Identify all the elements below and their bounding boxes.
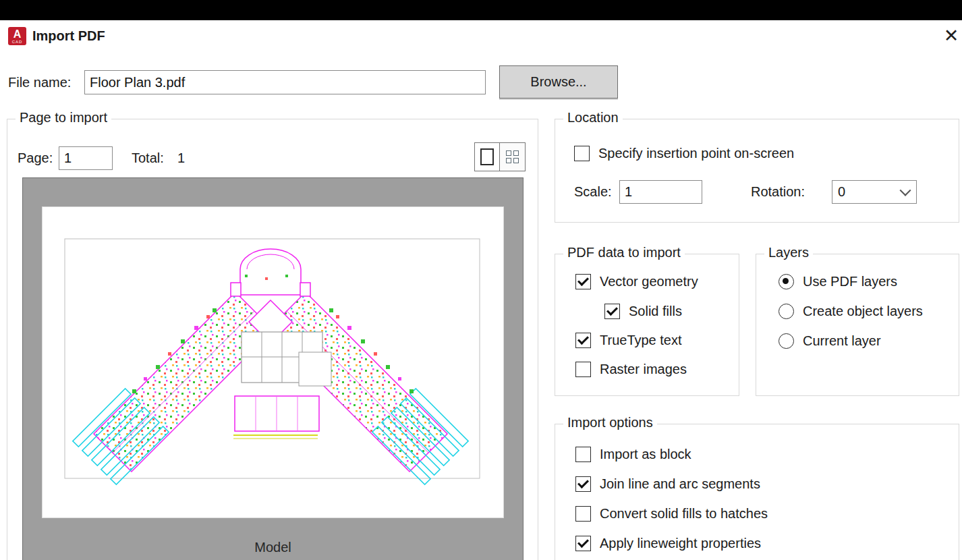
pdf-preview-page	[43, 207, 503, 517]
preview-view-toggle	[474, 142, 526, 171]
checkbox-box[interactable]	[575, 506, 591, 522]
autocad-logo-icon: A CAD	[8, 27, 26, 45]
pdf-page-preview: Model	[22, 177, 524, 560]
checkbox-box[interactable]	[575, 362, 591, 377]
scale-input[interactable]	[619, 180, 702, 204]
radio-create-object-layers[interactable]: Create object layers	[779, 302, 923, 320]
single-page-view-button[interactable]	[474, 142, 500, 171]
checkbox-raster-images[interactable]: Raster images	[575, 360, 687, 378]
radio-current-layer[interactable]: Current layer	[779, 332, 881, 349]
file-name-label: File name:	[8, 75, 71, 90]
import-options-group-title: Import options	[563, 415, 657, 430]
browse-button-label: Browse...	[530, 74, 586, 90]
import-options-group: Import options Import as block Join line…	[555, 424, 959, 560]
checkbox-box[interactable]	[575, 274, 591, 289]
pdf-data-group-title: PDF data to import	[563, 245, 685, 260]
radio-circle[interactable]	[779, 333, 794, 349]
checkbox-import-as-block[interactable]: Import as block	[575, 445, 691, 463]
page-group-title: Page to import	[16, 110, 111, 125]
checkbox-vector-geometry[interactable]: Vector geometry	[575, 273, 698, 290]
close-icon[interactable]: ✕	[940, 24, 962, 47]
dialog-title: Import PDF	[32, 28, 105, 44]
chevron-down-icon	[900, 184, 911, 196]
location-group: Location Specify insertion point on-scre…	[555, 119, 959, 223]
checkbox-truetype-text[interactable]: TrueType text	[575, 331, 682, 349]
checkbox-box[interactable]	[574, 146, 590, 161]
checkbox-apply-lineweight[interactable]: Apply lineweight properties	[575, 534, 761, 552]
checkbox-box[interactable]	[575, 476, 591, 492]
thumbnail-grid-view-button[interactable]	[500, 142, 526, 171]
checkbox-box[interactable]	[575, 333, 591, 348]
checkbox-specify-insertion-point[interactable]: Specify insertion point on-screen	[574, 144, 794, 162]
single-page-view-icon	[480, 148, 494, 165]
file-name-input[interactable]	[84, 70, 486, 94]
page-label: Page:	[18, 150, 53, 166]
layers-group-title: Layers	[764, 245, 813, 260]
pdf-data-group: PDF data to import Vector geometry Solid…	[555, 254, 739, 396]
rotation-value: 0	[838, 184, 845, 200]
location-group-title: Location	[563, 110, 623, 125]
floor-plan-drawing	[43, 207, 503, 517]
scale-label: Scale:	[574, 184, 612, 200]
checkbox-box[interactable]	[575, 447, 591, 462]
checkbox-solid-fills[interactable]: Solid fills	[604, 302, 682, 320]
total-value: 1	[177, 150, 185, 166]
checkbox-join-line-arc-segments[interactable]: Join line and arc segments	[575, 475, 760, 493]
layers-group: Layers Use PDF layers Create object laye…	[756, 254, 959, 396]
total-label: Total:	[132, 150, 164, 166]
checkbox-box[interactable]	[575, 536, 591, 551]
radio-circle[interactable]	[779, 274, 794, 289]
browse-button[interactable]: Browse...	[499, 65, 618, 99]
preview-caption: Model	[23, 540, 523, 555]
import-pdf-dialog: A CAD Import PDF ✕ File name: Browse... …	[0, 0, 962, 560]
rotation-label: Rotation:	[751, 184, 805, 200]
checkbox-box[interactable]	[604, 304, 620, 319]
page-to-import-group: Page to import Page: Total: 1	[7, 119, 538, 560]
radio-circle[interactable]	[779, 304, 794, 319]
radio-use-pdf-layers[interactable]: Use PDF layers	[779, 273, 897, 290]
rotation-dropdown[interactable]: 0	[832, 180, 917, 204]
thumbnail-grid-icon	[506, 150, 519, 163]
top-edge-bar	[0, 0, 962, 20]
page-number-input[interactable]	[59, 146, 113, 170]
checkbox-convert-solid-fills[interactable]: Convert solid fills to hatches	[575, 505, 768, 522]
